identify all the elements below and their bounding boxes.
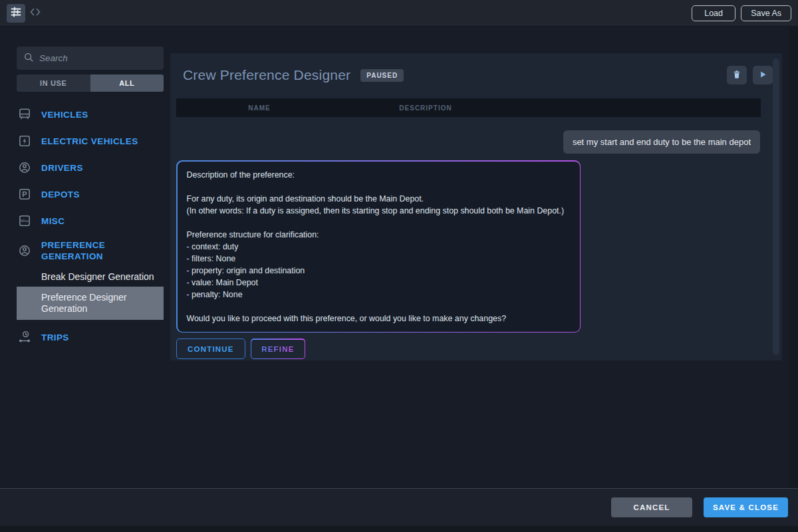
- trips-clock-route-icon: [17, 330, 33, 344]
- play-icon: [757, 69, 768, 82]
- panel-scrollbar[interactable]: [773, 59, 779, 355]
- parking-square-icon: P: [17, 187, 33, 201]
- code-icon: [29, 6, 42, 21]
- save-as-button[interactable]: Save As: [741, 5, 791, 21]
- main-panel: Crew Preference Designer PAUSED NAME DES…: [170, 53, 782, 360]
- sidebar-nav: VEHICLES ELECTRIC VEHICLES DRIVERS: [17, 101, 164, 350]
- status-badge: PAUSED: [360, 69, 404, 82]
- refine-button-border: REFINE: [251, 338, 305, 359]
- search-input[interactable]: [39, 53, 158, 63]
- person-circle-icon: [17, 243, 33, 258]
- topbar: Load Save As: [0, 0, 798, 27]
- chat-area: set my start and end duty to be the main…: [170, 117, 782, 359]
- user-message-bubble: set my start and end duty to be the main…: [563, 130, 760, 154]
- bus-icon: [17, 107, 33, 122]
- search-box[interactable]: [17, 47, 164, 70]
- sidebar-item-label: TRIPS: [41, 332, 69, 343]
- sidebar-item-preference-generation[interactable]: PREFERENCE GENERATION: [17, 234, 164, 267]
- sidebar-subitem-break-designer-generation[interactable]: Break Designer Generation: [17, 267, 164, 287]
- chat-action-row: CONTINUE REFINE: [176, 338, 305, 359]
- continue-button[interactable]: CONTINUE: [176, 338, 245, 359]
- sidebar-item-trips[interactable]: TRIPS: [17, 324, 164, 350]
- svg-text:P: P: [22, 190, 27, 198]
- cancel-button[interactable]: CANCEL: [611, 497, 692, 517]
- right-edge-gutter: [789, 27, 798, 526]
- sidebar-item-label: DRIVERS: [41, 162, 83, 174]
- sliders-icon: [9, 5, 23, 21]
- load-button[interactable]: Load: [692, 5, 735, 21]
- assistant-message: Description of the preference: For any d…: [178, 162, 580, 332]
- sidebar-item-label: ELECTRIC VEHICLES: [41, 136, 138, 147]
- panel-title-row: Crew Preference Designer PAUSED: [183, 65, 773, 85]
- app-logo-button[interactable]: [7, 4, 25, 23]
- trash-icon: [732, 69, 742, 82]
- person-circle-icon: [17, 160, 33, 175]
- sidebar-item-electric-vehicles[interactable]: ELECTRIC VEHICLES: [17, 128, 164, 154]
- lightning-square-icon: [17, 134, 33, 148]
- sidebar-item-label: DEPOTS: [41, 189, 80, 200]
- sidebar-item-label: PREFERENCE GENERATION: [41, 239, 164, 262]
- delete-button[interactable]: [727, 66, 747, 84]
- assistant-message-line: Description of the preference:: [187, 169, 571, 181]
- assistant-message-line: [187, 181, 571, 193]
- footer-bar: CANCEL SAVE & CLOSE: [0, 488, 798, 526]
- sidebar-item-depots[interactable]: P DEPOTS: [17, 181, 164, 207]
- sidebar-item-misc[interactable]: Misc MISC: [17, 207, 164, 234]
- sidebar-item-vehicles[interactable]: VEHICLES: [17, 101, 164, 128]
- assistant-message-line: [187, 217, 571, 229]
- preference-generation-children: Break Designer Generation Preference Des…: [17, 267, 164, 320]
- save-and-close-button[interactable]: SAVE & CLOSE: [704, 497, 788, 517]
- sidebar-subitem-preference-designer-generation[interactable]: Preference Designer Generation: [17, 287, 164, 320]
- run-button[interactable]: [753, 66, 773, 84]
- sidebar-item-drivers[interactable]: DRIVERS: [17, 154, 164, 181]
- assistant-message-line: Preference structure for clarification:: [187, 229, 571, 241]
- filter-toggle: IN USE ALL: [17, 74, 164, 92]
- sidebar-item-label: VEHICLES: [41, 109, 88, 120]
- assistant-message-line: - value: Main Depot: [187, 277, 571, 289]
- refine-button-label: REFINE: [261, 345, 294, 353]
- svg-text:Misc: Misc: [21, 218, 29, 223]
- assistant-message-line: [187, 301, 571, 313]
- assistant-message-line: Would you like to proceed with this pref…: [187, 313, 571, 325]
- misc-square-icon: Misc: [17, 213, 33, 228]
- toggle-in-use[interactable]: IN USE: [17, 74, 90, 92]
- bottom-edge-strip: [0, 526, 798, 532]
- sidebar-item-label: MISC: [41, 215, 65, 227]
- search-icon: [23, 52, 34, 65]
- page-title: Crew Preference Designer: [183, 67, 350, 83]
- assistant-message-line: (In other words: If a duty is assigned, …: [187, 205, 571, 217]
- assistant-message-line: - filters: None: [187, 253, 571, 265]
- code-view-button[interactable]: [25, 4, 45, 23]
- assistant-message-border: Description of the preference: For any d…: [176, 160, 581, 332]
- assistant-message-line: - penalty: None: [187, 289, 571, 301]
- toggle-all[interactable]: ALL: [90, 74, 164, 92]
- assistant-message-line: For any duty, its origin and destination…: [187, 193, 571, 205]
- column-header-description: DESCRIPTION: [342, 104, 509, 112]
- assistant-message-line: - property: origin and destination: [187, 265, 571, 277]
- assistant-message-line: - context: duty: [187, 241, 571, 253]
- column-header-name: NAME: [176, 104, 342, 112]
- table-header: NAME DESCRIPTION: [176, 98, 761, 117]
- sidebar: IN USE ALL VEHICLES: [17, 47, 164, 350]
- refine-button[interactable]: REFINE: [251, 340, 304, 358]
